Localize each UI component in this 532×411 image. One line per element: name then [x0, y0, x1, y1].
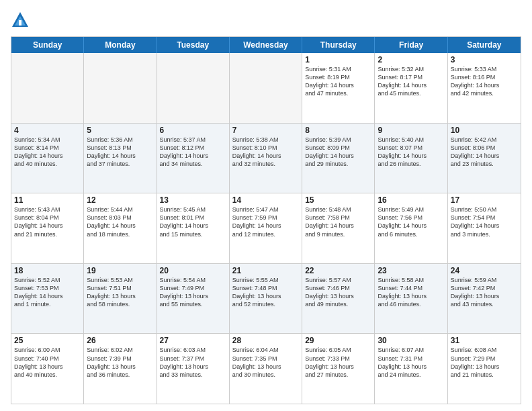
day-cell-20: 20Sunrise: 5:54 AM Sunset: 7:49 PM Dayli…	[157, 264, 230, 334]
day-number: 29	[305, 336, 371, 345]
day-number: 20	[160, 266, 226, 275]
day-details: Sunrise: 5:47 AM Sunset: 7:59 PM Dayligh…	[232, 205, 299, 238]
day-cell-30: 30Sunrise: 6:07 AM Sunset: 7:31 PM Dayli…	[375, 334, 447, 404]
day-cell-7: 7Sunrise: 5:38 AM Sunset: 8:10 PM Daylig…	[230, 124, 302, 193]
day-details: Sunrise: 5:49 AM Sunset: 7:56 PM Dayligh…	[378, 205, 444, 238]
day-number: 31	[451, 336, 518, 345]
header-day-wednesday: Wednesday	[230, 37, 302, 53]
day-cell-2: 2Sunrise: 5:32 AM Sunset: 8:17 PM Daylig…	[375, 53, 447, 123]
day-details: Sunrise: 6:04 AM Sunset: 7:35 PM Dayligh…	[232, 346, 299, 379]
day-number: 10	[451, 126, 518, 135]
day-number: 11	[14, 195, 81, 205]
header-day-saturday: Saturday	[448, 37, 521, 53]
day-number: 5	[87, 126, 153, 135]
day-number: 24	[451, 266, 518, 275]
header-day-tuesday: Tuesday	[157, 37, 230, 53]
day-cell-15: 15Sunrise: 5:48 AM Sunset: 7:58 PM Dayli…	[302, 193, 375, 263]
calendar-row-5: 25Sunrise: 6:00 AM Sunset: 7:40 PM Dayli…	[11, 333, 521, 404]
day-cell-17: 17Sunrise: 5:50 AM Sunset: 7:54 PM Dayli…	[448, 193, 521, 263]
day-number: 28	[232, 336, 299, 345]
day-number: 6	[160, 126, 226, 135]
day-cell-10: 10Sunrise: 5:42 AM Sunset: 8:06 PM Dayli…	[448, 124, 521, 193]
day-number: 23	[378, 266, 444, 275]
calendar-row-2: 4Sunrise: 5:34 AM Sunset: 8:14 PM Daylig…	[11, 123, 521, 193]
day-number: 19	[87, 266, 153, 275]
header-day-thursday: Thursday	[302, 37, 375, 53]
day-details: Sunrise: 5:36 AM Sunset: 8:13 PM Dayligh…	[87, 136, 153, 169]
day-details: Sunrise: 5:39 AM Sunset: 8:09 PM Dayligh…	[305, 136, 371, 169]
day-number: 3	[451, 55, 518, 64]
day-cell-28: 28Sunrise: 6:04 AM Sunset: 7:35 PM Dayli…	[230, 334, 302, 404]
day-cell-12: 12Sunrise: 5:44 AM Sunset: 8:03 PM Dayli…	[84, 193, 157, 263]
day-cell-24: 24Sunrise: 5:59 AM Sunset: 7:42 PM Dayli…	[448, 264, 521, 334]
day-cell-18: 18Sunrise: 5:52 AM Sunset: 7:53 PM Dayli…	[11, 264, 84, 334]
day-number: 30	[378, 336, 444, 345]
calendar-header: SundayMondayTuesdayWednesdayThursdayFrid…	[11, 37, 521, 53]
day-cell-6: 6Sunrise: 5:37 AM Sunset: 8:12 PM Daylig…	[157, 124, 230, 193]
day-cell-23: 23Sunrise: 5:58 AM Sunset: 7:44 PM Dayli…	[375, 264, 447, 334]
empty-cell	[157, 53, 230, 123]
day-details: Sunrise: 6:00 AM Sunset: 7:40 PM Dayligh…	[14, 346, 81, 379]
header-day-monday: Monday	[84, 37, 157, 53]
day-details: Sunrise: 6:05 AM Sunset: 7:33 PM Dayligh…	[305, 346, 371, 379]
day-details: Sunrise: 5:59 AM Sunset: 7:42 PM Dayligh…	[451, 276, 518, 309]
day-details: Sunrise: 5:38 AM Sunset: 8:10 PM Dayligh…	[232, 136, 299, 169]
day-details: Sunrise: 5:40 AM Sunset: 8:07 PM Dayligh…	[378, 136, 444, 169]
empty-cell	[11, 53, 84, 123]
day-number: 9	[378, 126, 444, 135]
day-details: Sunrise: 5:57 AM Sunset: 7:46 PM Dayligh…	[305, 276, 371, 309]
day-number: 4	[14, 126, 81, 135]
calendar-body: 1Sunrise: 5:31 AM Sunset: 8:19 PM Daylig…	[11, 53, 521, 404]
day-number: 13	[160, 195, 226, 205]
empty-cell	[84, 53, 157, 123]
day-number: 12	[87, 195, 153, 205]
day-cell-19: 19Sunrise: 5:53 AM Sunset: 7:51 PM Dayli…	[84, 264, 157, 334]
day-details: Sunrise: 6:08 AM Sunset: 7:29 PM Dayligh…	[451, 346, 518, 379]
day-details: Sunrise: 6:02 AM Sunset: 7:39 PM Dayligh…	[87, 346, 153, 379]
day-cell-31: 31Sunrise: 6:08 AM Sunset: 7:29 PM Dayli…	[448, 334, 521, 404]
day-number: 21	[232, 266, 299, 275]
day-number: 27	[160, 336, 226, 345]
day-number: 8	[305, 126, 371, 135]
day-details: Sunrise: 5:44 AM Sunset: 8:03 PM Dayligh…	[87, 205, 153, 238]
day-details: Sunrise: 5:50 AM Sunset: 7:54 PM Dayligh…	[451, 205, 518, 238]
day-cell-4: 4Sunrise: 5:34 AM Sunset: 8:14 PM Daylig…	[11, 124, 84, 193]
day-details: Sunrise: 5:37 AM Sunset: 8:12 PM Dayligh…	[160, 136, 226, 169]
day-cell-22: 22Sunrise: 5:57 AM Sunset: 7:46 PM Dayli…	[302, 264, 375, 334]
svg-rect-2	[19, 20, 21, 26]
header-day-friday: Friday	[375, 37, 447, 53]
day-cell-21: 21Sunrise: 5:55 AM Sunset: 7:48 PM Dayli…	[230, 264, 302, 334]
day-cell-27: 27Sunrise: 6:03 AM Sunset: 7:37 PM Dayli…	[157, 334, 230, 404]
day-cell-1: 1Sunrise: 5:31 AM Sunset: 8:19 PM Daylig…	[302, 53, 375, 123]
day-number: 16	[378, 195, 444, 205]
day-cell-11: 11Sunrise: 5:43 AM Sunset: 8:04 PM Dayli…	[11, 193, 84, 263]
logo	[11, 11, 32, 30]
day-number: 26	[87, 336, 153, 345]
day-cell-29: 29Sunrise: 6:05 AM Sunset: 7:33 PM Dayli…	[302, 334, 375, 404]
day-cell-8: 8Sunrise: 5:39 AM Sunset: 8:09 PM Daylig…	[302, 124, 375, 193]
day-details: Sunrise: 6:03 AM Sunset: 7:37 PM Dayligh…	[160, 346, 226, 379]
day-details: Sunrise: 5:48 AM Sunset: 7:58 PM Dayligh…	[305, 205, 371, 238]
day-details: Sunrise: 5:31 AM Sunset: 8:19 PM Dayligh…	[305, 65, 371, 98]
header	[11, 11, 521, 30]
day-cell-5: 5Sunrise: 5:36 AM Sunset: 8:13 PM Daylig…	[84, 124, 157, 193]
header-day-sunday: Sunday	[11, 37, 84, 53]
day-number: 14	[232, 195, 299, 205]
day-number: 18	[14, 266, 81, 275]
calendar-row-4: 18Sunrise: 5:52 AM Sunset: 7:53 PM Dayli…	[11, 263, 521, 334]
page: SundayMondayTuesdayWednesdayThursdayFrid…	[0, 0, 532, 411]
day-number: 22	[305, 266, 371, 275]
day-details: Sunrise: 5:32 AM Sunset: 8:17 PM Dayligh…	[378, 65, 444, 98]
day-cell-13: 13Sunrise: 5:45 AM Sunset: 8:01 PM Dayli…	[157, 193, 230, 263]
day-details: Sunrise: 5:55 AM Sunset: 7:48 PM Dayligh…	[232, 276, 299, 309]
day-cell-26: 26Sunrise: 6:02 AM Sunset: 7:39 PM Dayli…	[84, 334, 157, 404]
day-number: 1	[305, 55, 371, 64]
calendar: SundayMondayTuesdayWednesdayThursdayFrid…	[11, 36, 521, 404]
calendar-row-3: 11Sunrise: 5:43 AM Sunset: 8:04 PM Dayli…	[11, 193, 521, 263]
day-number: 2	[378, 55, 444, 64]
day-cell-9: 9Sunrise: 5:40 AM Sunset: 8:07 PM Daylig…	[375, 124, 447, 193]
day-details: Sunrise: 6:07 AM Sunset: 7:31 PM Dayligh…	[378, 346, 444, 379]
day-details: Sunrise: 5:53 AM Sunset: 7:51 PM Dayligh…	[87, 276, 153, 309]
calendar-row-1: 1Sunrise: 5:31 AM Sunset: 8:19 PM Daylig…	[11, 53, 521, 123]
day-number: 17	[451, 195, 518, 205]
